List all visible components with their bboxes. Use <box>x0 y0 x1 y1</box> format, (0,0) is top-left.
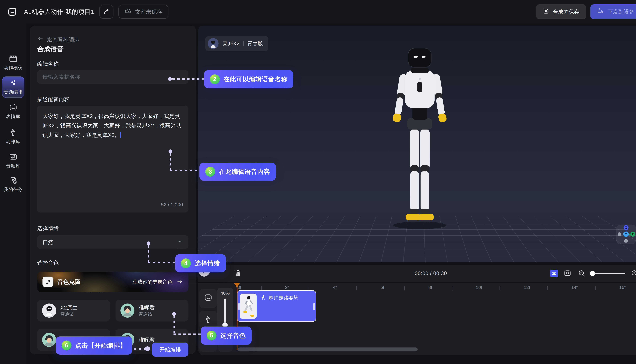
file-status-button[interactable]: 文件未保存 <box>118 5 168 19</box>
sidebar-item-my-tasks[interactable]: 我的任务 <box>0 176 27 192</box>
tutorial-step-6: 6 点击【开始编排】 <box>56 336 132 354</box>
voice-card-x2[interactable]: X2原生普通话 <box>37 300 110 322</box>
zoom-out-button[interactable] <box>577 269 586 279</box>
axis-neg-x[interactable] <box>617 232 621 236</box>
ruler-ticks <box>261 286 633 290</box>
connector-line <box>170 153 171 170</box>
material-name-input[interactable]: 请输入素材名称 <box>37 70 188 84</box>
step-number: 5 <box>207 330 216 340</box>
volume-slider[interactable] <box>224 299 226 325</box>
wink-face-icon <box>204 293 213 304</box>
voice-clone-banner[interactable]: 音色克隆 生成你的专属音色 <box>37 272 188 292</box>
axis-x[interactable]: X <box>630 232 635 237</box>
robot-badge-avatar <box>208 38 218 49</box>
zoom-in-button[interactable] <box>630 269 636 279</box>
back-arrow-icon <box>37 36 44 43</box>
robot-figure <box>387 47 453 231</box>
step-number: 6 <box>62 340 72 350</box>
clip-trim-left[interactable] <box>238 303 240 310</box>
sidebar-item-expression-lib[interactable]: 表情库 <box>0 103 27 120</box>
back-link[interactable]: 返回音频编排 <box>37 36 188 43</box>
connector-line <box>173 316 175 334</box>
person-icon <box>204 315 213 326</box>
sidebar: 动作模仿 音频编排 表情库 动作库 音频库 我的任务 <box>0 24 27 364</box>
fit-view-button[interactable] <box>563 269 572 279</box>
robot-model-badge: 灵犀X2 青春版 <box>205 36 268 51</box>
robot-face-icon <box>9 103 18 112</box>
axis-neg-z[interactable] <box>624 239 628 242</box>
music-card-icon <box>9 152 18 161</box>
task-list-icon <box>9 176 18 185</box>
volume-value: 40% <box>221 290 230 296</box>
input-placeholder: 请输入素材名称 <box>43 73 80 81</box>
save-button[interactable]: 合成并保存 <box>536 4 586 19</box>
voice-card-zhihui[interactable]: 稚晖君普通话 <box>116 300 188 322</box>
connector-line <box>170 170 200 171</box>
rename-button[interactable] <box>99 5 113 19</box>
slider-knob[interactable] <box>590 271 595 276</box>
arrow-right-icon <box>176 278 183 286</box>
top-bar: A1机器人动作-我的项目1 文件未保存 合成并保存 <box>0 0 636 24</box>
music-note-icon <box>43 276 53 287</box>
content-label: 描述配音内容 <box>37 96 188 103</box>
human-avatar <box>120 304 134 318</box>
start-arrange-button[interactable]: 开始编排 <box>152 342 188 356</box>
connector-dot <box>169 150 172 153</box>
text-cursor <box>120 132 121 138</box>
tutorial-step-4: 4 选择情绪 <box>175 254 226 272</box>
project-title: A1机器人动作-我的项目1 <box>24 8 94 16</box>
clip-trim-right[interactable] <box>313 303 315 310</box>
axis-gizmo[interactable]: Z Y X <box>616 224 636 244</box>
playback-time: 00:00 / 00:30 <box>415 270 447 276</box>
chevron-down-icon <box>177 238 183 246</box>
connector-dot <box>145 346 150 351</box>
connector-line <box>148 245 149 263</box>
tutorial-step-3: 3 在此编辑语音内容 <box>199 162 276 181</box>
speech-content-textarea[interactable]: 大家好，我是灵犀X2，很高兴认识大家，大家好，我是灵犀X2，很高兴认识大家，大家… <box>37 106 188 212</box>
divider <box>243 41 244 46</box>
clip-thumbnail <box>240 294 256 319</box>
motion-clip[interactable]: 超帅走路姿势 <box>237 290 316 322</box>
walking-icon <box>260 294 266 301</box>
panel-title: 合成语音 <box>37 44 188 54</box>
robot-download-icon <box>597 7 604 16</box>
sidebar-item-motion-mimic[interactable]: 动作模仿 <box>0 54 27 71</box>
sidebar-item-audio-lib[interactable]: 音频库 <box>0 152 27 169</box>
axis-z[interactable]: Z <box>623 225 628 230</box>
person-icon <box>9 128 18 137</box>
axis-y[interactable]: Y <box>623 232 629 237</box>
timeline-panel: 00:00 / 00:30 0f 2f 4f 6f 8f 10f 12f 14f… <box>198 265 636 355</box>
connector-line <box>173 334 201 335</box>
delete-clip-button[interactable] <box>234 269 242 278</box>
clapperboard-icon <box>9 54 18 63</box>
expression-track-button[interactable] <box>199 289 217 308</box>
step-number: 2 <box>210 74 220 84</box>
app-logo-icon[interactable] <box>7 6 19 18</box>
connector-dot <box>147 242 150 245</box>
char-counter: 52 / 1,000 <box>161 202 183 208</box>
human-avatar <box>42 333 56 347</box>
divider <box>198 282 636 283</box>
app-root: A1机器人动作-我的项目1 文件未保存 合成并保存 <box>0 0 636 364</box>
emotion-label: 选择情绪 <box>37 224 188 232</box>
speech-synthesis-panel: 返回音频编排 合成语音 编辑名称 请输入素材名称 描述配音内容 大家好，我是灵犀… <box>30 26 196 354</box>
save-icon <box>543 8 549 16</box>
step-number: 3 <box>205 167 215 177</box>
keyframe-view-button[interactable] <box>550 270 558 278</box>
connector-line <box>148 262 175 263</box>
emotion-select[interactable]: 自然 <box>37 235 188 249</box>
sidebar-item-motion-lib[interactable]: 动作库 <box>0 128 27 145</box>
tutorial-step-2: 2 在此可以编辑语音名称 <box>204 70 293 88</box>
connector-line <box>172 78 204 80</box>
timeline-scrollbar[interactable] <box>238 348 418 351</box>
sparkles-icon <box>9 79 17 87</box>
name-label: 编辑名称 <box>37 60 188 68</box>
step-number: 4 <box>181 258 191 268</box>
tutorial-step-5: 5 选择音色 <box>201 326 251 345</box>
timeline-zoom-slider[interactable] <box>591 273 625 274</box>
deploy-button[interactable]: 下发到设备 <box>590 4 636 19</box>
robot-avatar <box>42 304 56 318</box>
cloud-unsaved-icon <box>125 7 132 16</box>
3d-viewport[interactable]: 灵犀X2 青春版 Z Y X <box>198 26 636 262</box>
sidebar-item-audio-arrange[interactable]: 音频编排 <box>2 76 24 98</box>
